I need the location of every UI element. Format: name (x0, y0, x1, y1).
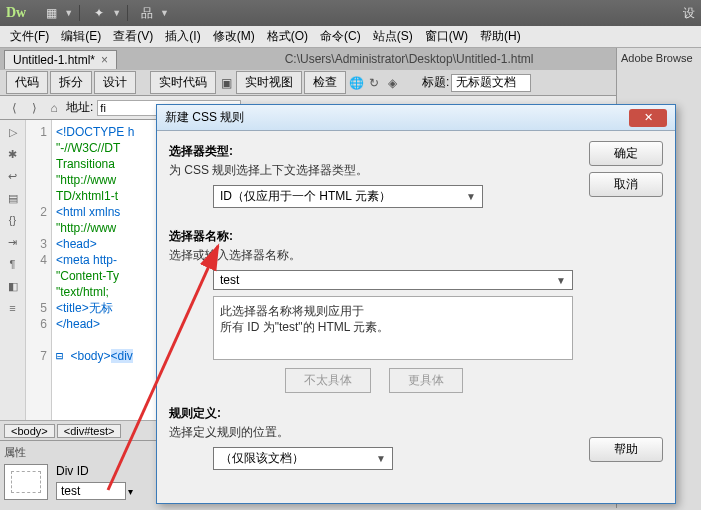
format-icon[interactable]: ≡ (5, 300, 21, 316)
design-view-button[interactable]: 设计 (94, 71, 136, 94)
extend-icon[interactable]: ✦ (90, 6, 108, 20)
rule-def-label: 规则定义: (169, 405, 579, 422)
menu-site[interactable]: 站点(S) (367, 26, 419, 47)
menu-commands[interactable]: 命令(C) (314, 26, 367, 47)
line-numbers: 1 2 3 4 5 6 7 (26, 120, 52, 420)
selector-name-label: 选择器名称: (169, 228, 579, 245)
menubar: 文件(F) 编辑(E) 查看(V) 插入(I) 修改(M) 格式(O) 命令(C… (0, 26, 701, 48)
divid-preview (4, 464, 48, 500)
selector-type-desc: 为 CSS 规则选择上下文选择器类型。 (169, 162, 579, 179)
inspect-icon[interactable]: ▣ (218, 75, 234, 91)
layout-icon[interactable]: ▦ (42, 6, 60, 20)
collapse-icon[interactable]: ▷ (5, 124, 21, 140)
side-panel-title: Adobe Browse (621, 52, 697, 64)
nav-icon[interactable]: ◈ (384, 75, 400, 91)
selector-type-combo[interactable]: ID（仅应用于一个 HTML 元素） ▼ (213, 185, 483, 208)
forward-icon[interactable]: ⟩ (26, 100, 42, 116)
menu-format[interactable]: 格式(O) (261, 26, 314, 47)
rule-def-combo[interactable]: （仅限该文档） ▼ (213, 447, 393, 470)
tag-div[interactable]: <div#test> (57, 424, 122, 438)
selector-preview: 此选择器名称将规则应用于 所有 ID 为"test"的 HTML 元素。 (213, 296, 573, 360)
help-button[interactable]: 帮助 (589, 437, 663, 462)
right-label[interactable]: 设 (683, 5, 695, 22)
menu-edit[interactable]: 编辑(E) (55, 26, 107, 47)
code-view-button[interactable]: 代码 (6, 71, 48, 94)
selector-type-label: 选择器类型: (169, 143, 579, 160)
indent-icon[interactable]: ⇥ (5, 234, 21, 250)
file-tabbar: Untitled-1.html* × C:\Users\Administrato… (0, 48, 701, 70)
divid-input[interactable] (56, 482, 126, 500)
menu-window[interactable]: 窗口(W) (419, 26, 474, 47)
rule-def-value: （仅限该文档） (220, 450, 304, 467)
selector-name-combo[interactable]: test ▼ (213, 270, 573, 290)
dropdown-arrow-icon[interactable]: ▾ (128, 486, 133, 497)
new-css-rule-dialog: 新建 CSS 规则 ✕ 选择器类型: 为 CSS 规则选择上下文选择器类型。 I… (156, 104, 676, 504)
menu-modify[interactable]: 修改(M) (207, 26, 261, 47)
tool-gutter: ▷ ✱ ↩ ▤ {} ⇥ ¶ ◧ ≡ (0, 120, 26, 420)
tool-icon[interactable]: ✱ (5, 146, 21, 162)
site-icon[interactable]: 品 (138, 6, 156, 20)
ok-button[interactable]: 确定 (589, 141, 663, 166)
selector-name-value: test (220, 273, 239, 287)
close-icon[interactable]: × (101, 53, 108, 67)
split-view-button[interactable]: 拆分 (50, 71, 92, 94)
chevron-down-icon: ▼ (466, 191, 476, 202)
tag-body[interactable]: <body> (4, 424, 55, 438)
selector-type-value: ID（仅应用于一个 HTML 元素） (220, 188, 391, 205)
dialog-titlebar: 新建 CSS 规则 ✕ (157, 105, 675, 131)
view-toolbar: 代码 拆分 设计 实时代码 ▣ 实时视图 检查 🌐 ↻ ◈ 标题: (0, 70, 701, 96)
address-label: 地址: (66, 99, 93, 116)
divid-label: Div ID (56, 464, 133, 478)
highlight-icon[interactable]: ▤ (5, 190, 21, 206)
chevron-down-icon: ▼ (556, 275, 566, 286)
refresh-icon[interactable]: ↻ (366, 75, 382, 91)
menu-insert[interactable]: 插入(I) (159, 26, 206, 47)
comment-icon[interactable]: ¶ (5, 256, 21, 272)
more-specific-button[interactable]: 更具体 (389, 368, 463, 393)
brace-icon[interactable]: {} (5, 212, 21, 228)
snippet-icon[interactable]: ◧ (5, 278, 21, 294)
live-code-button[interactable]: 实时代码 (150, 71, 216, 94)
menu-view[interactable]: 查看(V) (107, 26, 159, 47)
app-logo: Dw (6, 5, 26, 21)
file-tab-label: Untitled-1.html* (13, 53, 95, 67)
live-view-button[interactable]: 实时视图 (236, 71, 302, 94)
inspect-button[interactable]: 检查 (304, 71, 346, 94)
dialog-title: 新建 CSS 规则 (165, 109, 244, 126)
title-label: 标题: (422, 74, 449, 91)
menu-file[interactable]: 文件(F) (4, 26, 55, 47)
globe-icon[interactable]: 🌐 (348, 75, 364, 91)
app-titlebar: Dw ▦▼ ✦▼ 品▼ 设 (0, 0, 701, 26)
file-path: C:\Users\Administrator\Desktop\Untitled-… (117, 52, 701, 66)
wrap-icon[interactable]: ↩ (5, 168, 21, 184)
rule-def-desc: 选择定义规则的位置。 (169, 424, 579, 441)
chevron-down-icon: ▼ (376, 453, 386, 464)
title-input[interactable] (451, 74, 531, 92)
menu-help[interactable]: 帮助(H) (474, 26, 527, 47)
file-tab[interactable]: Untitled-1.html* × (4, 50, 117, 69)
back-icon[interactable]: ⟨ (6, 100, 22, 116)
dialog-close-button[interactable]: ✕ (629, 109, 667, 127)
selector-name-desc: 选择或输入选择器名称。 (169, 247, 579, 264)
cancel-button[interactable]: 取消 (589, 172, 663, 197)
home-icon[interactable]: ⌂ (46, 100, 62, 116)
less-specific-button[interactable]: 不太具体 (285, 368, 371, 393)
